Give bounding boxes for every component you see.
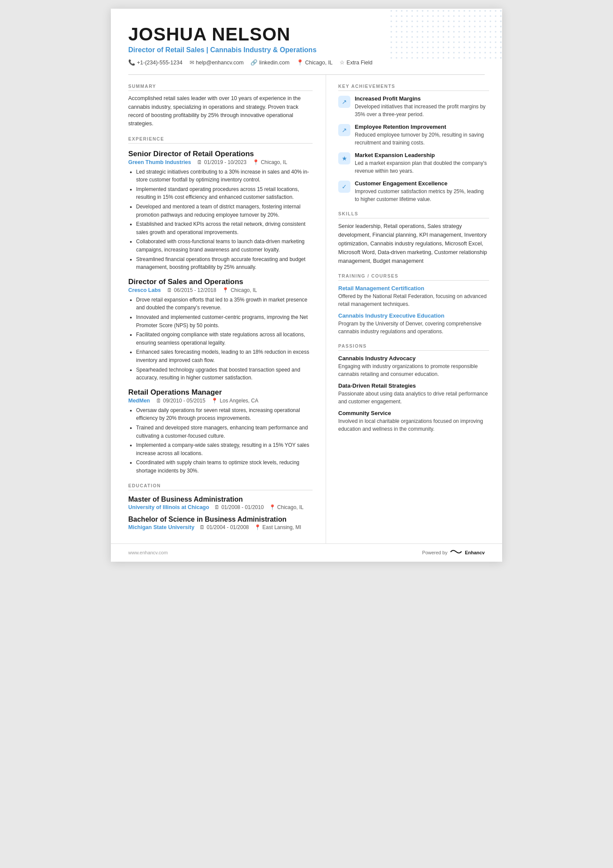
edu-meta-1: Michigan State University 🗓 01/2004 - 01… <box>128 524 313 530</box>
achievement-icon-0: ↗ <box>338 96 350 108</box>
achievement-2: ★ Market Expansion Leadership Led a mark… <box>338 152 489 175</box>
achievement-body-0: Increased Profit Margins Developed initi… <box>355 95 489 118</box>
job-dates-2: 🗓 09/2010 - 05/2015 <box>156 398 205 404</box>
training-item-0: Retail Management Certification Offered … <box>338 285 489 308</box>
powered-by-label: Powered by <box>422 550 447 555</box>
cal-icon-edu-0: 🗓 <box>214 504 220 510</box>
bullet: Implemented a company-wide sales strateg… <box>136 441 313 457</box>
achievement-icon-3: ✓ <box>338 181 350 193</box>
bullet: Enhanced sales forecasting models, leadi… <box>136 348 313 364</box>
bullet: Established and tracked KPIs across the … <box>136 220 313 236</box>
pin-edu-1: 📍 <box>254 524 261 530</box>
body-section: SUMMARY Accomplished retail sales leader… <box>111 75 502 543</box>
achievement-icon-1: ↗ <box>338 124 350 136</box>
bullet: Streamlined financial operations through… <box>136 255 313 271</box>
job-location-1: 📍 Chicago, IL <box>222 287 257 293</box>
passion-desc-1: Passionate about using data analytics to… <box>338 390 489 406</box>
edu-degree-1: Bachelor of Science in Business Administ… <box>128 516 313 523</box>
job-bullets-0: Led strategic initiatives contributing t… <box>128 168 313 271</box>
edu-school-0: University of Illinois at Chicago <box>128 504 209 510</box>
footer-section: www.enhancv.com Powered by Enhancv <box>111 543 502 562</box>
passion-title-0: Cannabis Industry Advocacy <box>338 355 489 362</box>
training-title-1: Cannabis Industry Executive Education <box>338 312 489 319</box>
enhancv-logo-icon <box>450 548 462 557</box>
passion-desc-2: Involved in local charitable organizatio… <box>338 417 489 433</box>
email-icon: ✉ <box>190 59 194 66</box>
candidate-title: Director of Retail Sales | Cannabis Indu… <box>128 46 485 54</box>
contact-location: 📍 Chicago, IL <box>297 59 333 66</box>
skills-section-title: SKILLS <box>338 211 489 218</box>
experience-section-title: EXPERIENCE <box>128 136 313 144</box>
bullet: Implemented standard operating procedure… <box>136 185 313 201</box>
bullet: Spearheaded technology upgrades that boo… <box>136 366 313 382</box>
job-meta-0: Green Thumb Industries 🗓 01/2019 - 10/20… <box>128 159 313 165</box>
calendar-icon-1: 🗓 <box>167 287 172 293</box>
bullet: Led strategic initiatives contributing t… <box>136 168 313 184</box>
edu-school-1: Michigan State University <box>128 524 194 530</box>
achievement-title-3: Customer Engagement Excellence <box>355 180 489 187</box>
achievement-3: ✓ Customer Engagement Excellence Improve… <box>338 180 489 203</box>
footer-brand: Powered by Enhancv <box>422 548 485 557</box>
edu-degree-0: Master of Business Administration <box>128 496 313 503</box>
bullet: Facilitated ongoing compliance with stat… <box>136 331 313 347</box>
education-section-title: EDUCATION <box>128 483 313 490</box>
passion-desc-0: Engaging with industry organizations to … <box>338 362 489 378</box>
pin-edu-0: 📍 <box>269 504 276 510</box>
training-title-0: Retail Management Certification <box>338 285 489 292</box>
achievement-icon-2: ★ <box>338 152 350 164</box>
edu-meta-0: University of Illinois at Chicago 🗓 01/2… <box>128 504 313 510</box>
left-column: SUMMARY Accomplished retail sales leader… <box>111 75 326 543</box>
training-section-title: TRAINING / COURSES <box>338 273 489 281</box>
pin-icon-0: 📍 <box>253 159 259 165</box>
job-title-2: Retail Operations Manager <box>128 388 313 397</box>
skills-text: Senior leadership, Retail operations, Sa… <box>338 222 489 265</box>
edu-dates-1: 🗓 01/2004 - 01/2008 <box>200 524 249 530</box>
achievement-desc-1: Reduced employee turnover by 20%, result… <box>355 131 489 147</box>
bullet: Drove retail expansion efforts that led … <box>136 296 313 312</box>
edu-location-1: 📍 East Lansing, MI <box>254 524 301 530</box>
passion-title-1: Data-Driven Retail Strategies <box>338 382 489 389</box>
contact-email: ✉ help@enhancv.com <box>190 59 244 66</box>
bullet: Developed and mentored a team of distric… <box>136 203 313 219</box>
achievement-1: ↗ Employee Retention Improvement Reduced… <box>338 124 489 147</box>
summary-section-title: SUMMARY <box>128 84 313 91</box>
pin-icon-2: 📍 <box>211 398 218 404</box>
star-icon: ☆ <box>340 59 345 66</box>
achievement-title-0: Increased Profit Margins <box>355 95 489 102</box>
job-location-0: 📍 Chicago, IL <box>253 159 287 165</box>
job-bullets-1: Drove retail expansion efforts that led … <box>128 296 313 382</box>
passion-item-1: Data-Driven Retail Strategies Passionate… <box>338 382 489 406</box>
location-icon: 📍 <box>297 59 303 66</box>
training-item-1: Cannabis Industry Executive Education Pr… <box>338 312 489 335</box>
pin-icon-1: 📍 <box>222 287 229 293</box>
contact-extra: ☆ Extra Field <box>340 59 373 66</box>
job-meta-1: Cresco Labs 🗓 06/2015 - 12/2018 📍 Chicag… <box>128 287 313 293</box>
job-bullets-2: Oversaw daily operations for seven retai… <box>128 406 313 475</box>
job-dates-1: 🗓 06/2015 - 12/2018 <box>167 287 216 293</box>
right-column: KEY ACHIEVEMENTS ↗ Increased Profit Marg… <box>326 75 502 543</box>
achievement-desc-3: Improved customer satisfaction metrics b… <box>355 188 489 203</box>
passion-item-2: Community Service Involved in local char… <box>338 410 489 433</box>
passion-item-0: Cannabis Industry Advocacy Engaging with… <box>338 355 489 378</box>
job-location-2: 📍 Los Angeles, CA <box>211 398 258 404</box>
calendar-icon-0: 🗓 <box>197 159 202 165</box>
header-section: JOSHUA NELSON Director of Retail Sales |… <box>111 9 502 74</box>
achievement-body-3: Customer Engagement Excellence Improved … <box>355 180 489 203</box>
resume-page: JOSHUA NELSON Director of Retail Sales |… <box>111 9 502 562</box>
job-meta-2: MedMen 🗓 09/2010 - 05/2015 📍 Los Angeles… <box>128 398 313 404</box>
job-title-1: Director of Sales and Operations <box>128 278 313 286</box>
edu-dates-0: 🗓 01/2008 - 01/2010 <box>214 504 263 510</box>
bullet: Coordinated with supply chain teams to o… <box>136 459 313 475</box>
achievement-desc-2: Led a market expansion plan that doubled… <box>355 159 489 175</box>
achievement-title-1: Employee Retention Improvement <box>355 124 489 130</box>
link-icon: 🔗 <box>250 59 257 66</box>
candidate-name: JOSHUA NELSON <box>128 24 485 44</box>
contact-row: 📞 +1-(234)-555-1234 ✉ help@enhancv.com 🔗… <box>128 59 485 66</box>
brand-name-label: Enhancv <box>465 550 485 555</box>
training-desc-0: Offered by the National Retail Federatio… <box>338 292 489 308</box>
phone-icon: 📞 <box>128 59 135 66</box>
job-company-1: Cresco Labs <box>128 287 161 293</box>
footer-url: www.enhancv.com <box>128 550 168 555</box>
edu-location-0: 📍 Chicago, IL <box>269 504 304 510</box>
bullet: Trained and developed store managers, en… <box>136 424 313 440</box>
